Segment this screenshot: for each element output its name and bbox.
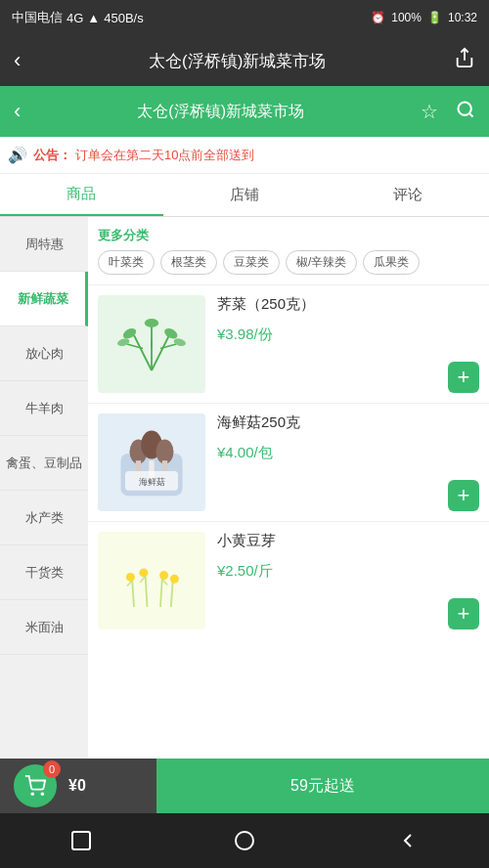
bottom-bar: 0 ¥0 59元起送	[0, 759, 489, 813]
product-img-3	[98, 532, 205, 629]
svg-point-13	[173, 337, 187, 347]
product-info-3: 小黄豆芽 ¥2.50/斤	[205, 532, 479, 581]
search-icon[interactable]	[456, 100, 475, 124]
svg-line-27	[160, 579, 162, 607]
sidebar-item-special[interactable]: 周特惠	[0, 217, 88, 272]
svg-text:海鲜菇: 海鲜菇	[139, 477, 165, 487]
sidebar-item-dry-goods[interactable]: 干货类	[0, 545, 88, 600]
svg-point-1	[458, 102, 470, 114]
phone-nav-back[interactable]	[388, 826, 427, 855]
tag-root-veg[interactable]: 根茎类	[160, 250, 217, 275]
svg-line-3	[134, 335, 152, 370]
product-img-1	[98, 295, 205, 393]
sidebar-item-seafood[interactable]: 水产类	[0, 491, 88, 545]
status-right: ⏰ 100% 🔋 10:32	[371, 11, 477, 24]
wifi-icon: ▲	[87, 11, 100, 25]
green-back-button[interactable]: ‹	[14, 99, 21, 124]
header-icons: ☆	[421, 100, 475, 124]
add-button-2[interactable]: +	[448, 480, 479, 511]
green-header: ‹ 太仓(浮桥镇)新城菜市场 ☆	[0, 86, 489, 137]
add-button-3[interactable]: +	[448, 598, 479, 629]
svg-line-31	[127, 581, 132, 586]
sidebar-item-eggs-tofu[interactable]: 禽蛋、豆制品	[0, 436, 88, 491]
banner-text: 订单会在第二天10点前全部送到	[75, 147, 254, 164]
svg-line-2	[469, 112, 473, 116]
product-info-1: 荠菜（250克） ¥3.98/份	[205, 295, 479, 344]
sidebar-item-beef-lamb[interactable]: 牛羊肉	[0, 381, 88, 436]
top-nav-title: 太仓(浮桥镇)新城菜市场	[149, 50, 326, 72]
sidebar-item-fresh-veg[interactable]: 新鲜蔬菜	[0, 272, 88, 326]
phone-nav	[0, 813, 489, 868]
cart-total: ¥0	[68, 777, 86, 795]
checkout-button[interactable]: 59元起送	[156, 759, 489, 813]
svg-point-30	[170, 575, 179, 584]
speed-label: 450B/s	[104, 11, 143, 25]
product-name-1: 荠菜（250克）	[217, 295, 479, 314]
signal-label: 4G	[67, 11, 83, 25]
product-info-2: 海鲜菇250克 ¥4.00/包	[205, 413, 479, 462]
banner-label: 公告：	[33, 147, 71, 164]
phone-nav-square[interactable]	[62, 826, 101, 855]
sidebar: 周特惠 新鲜蔬菜 放心肉 牛羊肉 禽蛋、豆制品 水产类 干货类 米面油	[0, 217, 88, 813]
back-button[interactable]: ‹	[14, 48, 21, 73]
svg-point-10	[145, 319, 158, 327]
status-left: 中国电信 4G ▲ 450B/s	[12, 9, 144, 26]
battery-label: 100%	[391, 11, 422, 24]
cart-button[interactable]: 0	[14, 764, 57, 807]
product-item-2: 海鲜菇 海鲜菇250克 ¥4.00/包 +	[88, 403, 489, 521]
subcategory-tags: 叶菜类 根茎类 豆菜类 椒/辛辣类 瓜果类	[88, 250, 489, 284]
battery-icon: 🔋	[427, 11, 442, 24]
tab-store[interactable]: 店铺	[163, 174, 327, 216]
svg-line-23	[132, 581, 134, 607]
time-label: 10:32	[448, 11, 477, 24]
svg-line-33	[162, 579, 167, 585]
carrier-label: 中国电信	[12, 9, 63, 26]
tag-bean-veg[interactable]: 豆菜类	[223, 250, 280, 275]
alarm-icon: ⏰	[371, 11, 385, 24]
svg-point-24	[126, 573, 135, 582]
svg-point-11	[162, 326, 179, 341]
svg-point-26	[139, 568, 148, 577]
product-price-1: ¥3.98/份	[217, 326, 479, 344]
status-bar: 中国电信 4G ▲ 450B/s ⏰ 100% 🔋 10:32	[0, 0, 489, 35]
svg-point-19	[156, 440, 174, 464]
svg-rect-36	[72, 832, 90, 849]
marquee-banner: 🔊 公告： 订单会在第二天10点前全部送到	[0, 137, 489, 174]
svg-point-35	[41, 793, 43, 795]
tab-reviews[interactable]: 评论	[326, 174, 489, 216]
product-item-1: 荠菜（250克） ¥3.98/份 +	[88, 284, 489, 403]
product-img-2: 海鲜菇	[98, 413, 205, 511]
phone-nav-home[interactable]	[225, 826, 264, 855]
share-button[interactable]	[454, 47, 475, 74]
cart-badge: 0	[43, 760, 61, 778]
svg-line-29	[171, 583, 173, 607]
svg-point-37	[236, 832, 253, 849]
tag-pepper-veg[interactable]: 椒/辛辣类	[286, 250, 357, 275]
product-price-2: ¥4.00/包	[217, 444, 479, 462]
content-area: 周特惠 新鲜蔬菜 放心肉 牛羊肉 禽蛋、豆制品 水产类 干货类 米面油 更多分类…	[0, 217, 489, 813]
product-item-3: 小黄豆芽 ¥2.50/斤 +	[88, 521, 489, 639]
svg-point-28	[159, 571, 168, 580]
svg-line-5	[152, 335, 169, 370]
tab-products[interactable]: 商品	[0, 174, 163, 216]
add-button-1[interactable]: +	[448, 362, 479, 393]
product-name-2: 海鲜菇250克	[217, 413, 479, 432]
tab-bar: 商品 店铺 评论	[0, 174, 489, 217]
sidebar-item-flour-oil[interactable]: 米面油	[0, 600, 88, 655]
tag-leaf-veg[interactable]: 叶菜类	[98, 250, 155, 275]
green-header-title: 太仓(浮桥镇)新城菜市场	[137, 102, 304, 122]
product-name-3: 小黄豆芽	[217, 532, 479, 550]
svg-line-25	[146, 577, 148, 608]
cart-section: 0 ¥0	[0, 764, 156, 807]
star-icon[interactable]: ☆	[421, 100, 438, 124]
product-price-3: ¥2.50/斤	[217, 562, 479, 581]
svg-point-12	[116, 337, 130, 347]
tag-melon-veg[interactable]: 瓜果类	[363, 250, 420, 275]
svg-line-32	[140, 577, 145, 583]
category-header: 更多分类	[88, 217, 489, 250]
sidebar-item-safe-meat[interactable]: 放心肉	[0, 326, 88, 381]
right-panel: 更多分类 叶菜类 根茎类 豆菜类 椒/辛辣类 瓜果类	[88, 217, 489, 813]
speaker-icon: 🔊	[8, 146, 27, 164]
top-nav: ‹ 太仓(浮桥镇)新城菜市场	[0, 35, 489, 86]
svg-point-34	[31, 793, 33, 795]
